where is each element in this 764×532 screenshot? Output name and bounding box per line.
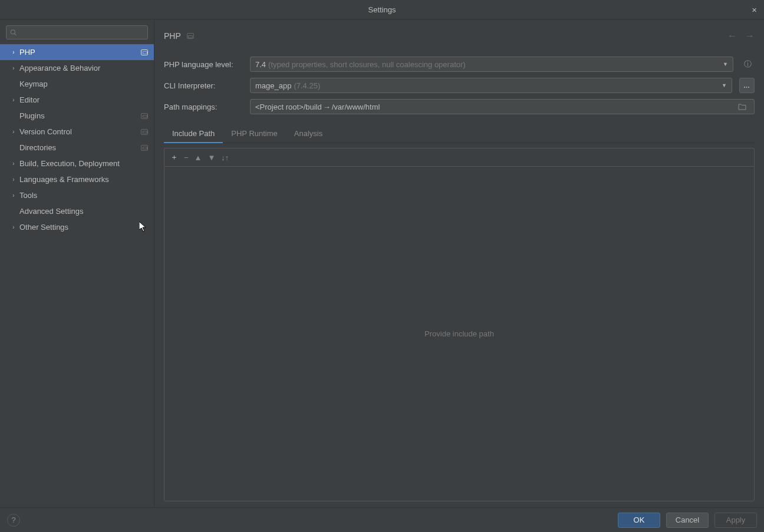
- sidebar-item-appearance-behavior[interactable]: ›Appearance & Behavior: [0, 60, 154, 76]
- folder-icon[interactable]: [735, 100, 749, 114]
- cli-hint: (7.4.25): [294, 81, 320, 90]
- chevron-right-icon: ›: [11, 160, 17, 167]
- sidebar-item-label: Editor: [19, 95, 148, 104]
- sidebar-item-label: Other Settings: [19, 223, 148, 232]
- cli-browse-button[interactable]: …: [739, 78, 755, 93]
- lang-level-hint: (typed properties, short closures, null …: [268, 60, 466, 69]
- sidebar-item-other-settings[interactable]: ›Other Settings: [0, 219, 154, 235]
- sidebar-item-label: Build, Execution, Deployment: [19, 159, 148, 168]
- include-path-list[interactable]: Provide include path: [164, 166, 755, 501]
- main-panel: PHP ▭ ← → PHP language level: 7.4 (typed…: [154, 19, 764, 507]
- path-label: Path mappings:: [164, 103, 243, 111]
- tab-analysis[interactable]: Analysis: [286, 125, 331, 143]
- sidebar-item-label: PHP: [19, 48, 141, 57]
- project-scope-badge-icon: ▭: [141, 129, 148, 135]
- apply-button: Apply: [714, 513, 757, 528]
- breadcrumb: PHP ▭ ← →: [164, 28, 755, 44]
- footer: ? OK Cancel Apply: [0, 507, 764, 532]
- sidebar-item-label: Plugins: [19, 111, 141, 120]
- path-prefix: <Project root>/build: [255, 103, 322, 111]
- sidebar-item-label: Directories: [19, 143, 141, 152]
- sidebar-item-label: Version Control: [19, 127, 141, 136]
- lang-level-value: 7.4: [255, 60, 266, 69]
- move-up-button[interactable]: ▲: [195, 153, 202, 162]
- path-mappings-row: Path mappings: <Project root>/build → /v…: [164, 96, 755, 117]
- sidebar-item-label: Appearance & Behavior: [19, 64, 148, 72]
- cli-interpreter-row: CLI Interpreter: mage_app (7.4.25) ▼ …: [164, 75, 755, 96]
- chevron-right-icon: ›: [11, 192, 17, 199]
- lang-level-label: PHP language level:: [164, 60, 243, 69]
- settings-tree: ›PHP▭›Appearance & BehaviorKeymap›Editor…: [0, 44, 154, 507]
- sidebar-item-label: Languages & Frameworks: [19, 175, 148, 184]
- arrow-right-icon: →: [323, 103, 331, 111]
- cli-interpreter-select[interactable]: mage_app (7.4.25) ▼: [250, 78, 732, 93]
- cancel-button[interactable]: Cancel: [666, 513, 709, 528]
- path-target: /var/www/html: [332, 103, 380, 111]
- sidebar-item-label: Keymap: [19, 80, 148, 88]
- tab-php-runtime[interactable]: PHP Runtime: [223, 125, 286, 143]
- sidebar-item-label: Tools: [19, 191, 148, 200]
- ok-button[interactable]: OK: [618, 513, 660, 528]
- lang-level-row: PHP language level: 7.4 (typed propertie…: [164, 54, 755, 75]
- help-icon[interactable]: ⓘ: [740, 57, 755, 71]
- chevron-right-icon: ›: [11, 128, 17, 135]
- chevron-down-icon: ▼: [722, 82, 727, 88]
- sidebar-item-editor[interactable]: ›Editor: [0, 92, 154, 108]
- sidebar: ›PHP▭›Appearance & BehaviorKeymap›Editor…: [0, 19, 154, 507]
- window-title: Settings: [368, 5, 396, 14]
- sidebar-item-plugins[interactable]: Plugins▭: [0, 108, 154, 124]
- tab-include-path[interactable]: Include Path: [164, 125, 223, 143]
- project-scope-badge-icon: ▭: [187, 33, 194, 39]
- project-scope-badge-icon: ▭: [141, 145, 148, 151]
- sidebar-item-directories[interactable]: Directories▭: [0, 140, 154, 156]
- chevron-down-icon: ▼: [723, 61, 728, 67]
- remove-button[interactable]: −: [184, 153, 189, 162]
- sidebar-item-version-control[interactable]: ›Version Control▭: [0, 124, 154, 140]
- lang-level-select[interactable]: 7.4 (typed properties, short closures, n…: [250, 57, 733, 72]
- empty-list-text: Provide include path: [424, 329, 494, 338]
- chevron-right-icon: ›: [11, 224, 17, 230]
- search-field[interactable]: [19, 28, 144, 37]
- sidebar-item-build-execution-deployment[interactable]: ›Build, Execution, Deployment: [0, 156, 154, 171]
- path-mappings-field[interactable]: <Project root>/build → /var/www/html: [250, 99, 755, 114]
- search-input[interactable]: [6, 25, 148, 39]
- nav-forward-icon[interactable]: →: [745, 31, 755, 41]
- search-icon: [10, 29, 17, 36]
- cli-label: CLI Interpreter:: [164, 81, 243, 90]
- project-scope-badge-icon: ▭: [141, 113, 148, 119]
- chevron-right-icon: ›: [11, 176, 17, 183]
- help-button[interactable]: ?: [7, 514, 20, 527]
- page-title: PHP: [164, 31, 181, 41]
- sidebar-item-keymap[interactable]: Keymap: [0, 76, 154, 92]
- add-button[interactable]: ＋: [170, 152, 178, 163]
- nav-back-icon[interactable]: ←: [727, 31, 737, 41]
- close-icon[interactable]: ×: [752, 5, 757, 15]
- titlebar: Settings ×: [0, 0, 764, 19]
- svg-point-0: [11, 30, 15, 34]
- cli-value: mage_app: [255, 81, 291, 90]
- chevron-right-icon: ›: [11, 49, 17, 55]
- chevron-right-icon: ›: [11, 97, 17, 103]
- move-down-button[interactable]: ▼: [208, 153, 215, 162]
- project-scope-badge-icon: ▭: [141, 49, 148, 55]
- sidebar-item-advanced-settings[interactable]: Advanced Settings: [0, 203, 154, 219]
- sidebar-item-tools[interactable]: ›Tools: [0, 187, 154, 203]
- tabs: Include PathPHP RuntimeAnalysis: [164, 125, 755, 143]
- sidebar-item-languages-frameworks[interactable]: ›Languages & Frameworks: [0, 171, 154, 187]
- sidebar-item-php[interactable]: ›PHP▭: [0, 44, 154, 60]
- chevron-right-icon: ›: [11, 65, 17, 71]
- svg-line-1: [15, 34, 17, 35]
- sidebar-item-label: Advanced Settings: [19, 207, 148, 216]
- list-toolbar: ＋ − ▲ ▼ ↓↑: [164, 148, 755, 166]
- sort-button[interactable]: ↓↑: [221, 153, 229, 162]
